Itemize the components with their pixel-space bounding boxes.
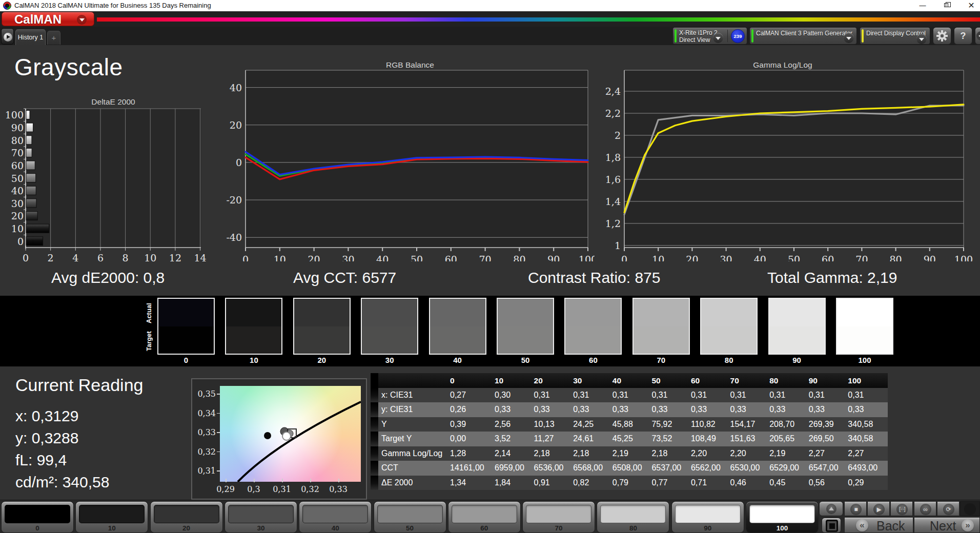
table-corner <box>371 373 378 388</box>
close-button[interactable]: ✕ <box>964 0 979 11</box>
pattern-window-button[interactable] <box>822 518 841 533</box>
reading-cdm2: cd/m²: 340,58 <box>15 474 109 491</box>
pattern-button-10[interactable]: 10 <box>75 501 148 533</box>
cell: 0,45 <box>769 476 809 490</box>
table-col-header-80: 80 <box>769 373 809 388</box>
svg-text:20: 20 <box>686 254 698 261</box>
pattern-button-0[interactable]: 0 <box>1 501 74 533</box>
refresh-button[interactable]: ⟳ <box>937 501 959 516</box>
deltae-bar-30 <box>26 199 36 208</box>
cell: 3,52 <box>495 432 534 446</box>
svg-text:1,2: 1,2 <box>605 218 621 229</box>
svg-text:30: 30 <box>720 254 732 261</box>
pattern-button[interactable]: [··] <box>890 501 913 516</box>
swatch-actual-10 <box>226 299 281 326</box>
svg-text:90: 90 <box>924 254 936 261</box>
minimize-button[interactable]: — <box>915 0 930 11</box>
svg-text:80: 80 <box>11 135 24 146</box>
tab-scroll-button[interactable] <box>1 28 14 45</box>
pattern-button-90[interactable]: 90 <box>671 501 744 533</box>
logo-dropdown-icon[interactable] <box>77 15 87 25</box>
row-label: Y <box>378 417 450 432</box>
pattern-label-70: 70 <box>523 524 595 532</box>
cell: 11,27 <box>534 432 574 446</box>
swatch-target-80 <box>701 326 757 354</box>
meter-chevron-icon <box>713 33 723 43</box>
stat-total-gamma: Total Gamma: 2,19 <box>767 269 897 286</box>
svg-text:6: 6 <box>97 252 104 263</box>
swatch-60 <box>564 298 622 355</box>
back-button[interactable]: « Back <box>844 517 913 533</box>
swatch-actual-30 <box>362 299 417 326</box>
row-gutter <box>371 476 378 490</box>
cell: 14161,00 <box>450 461 495 475</box>
pattern-up-button[interactable] <box>819 501 843 516</box>
cie-x-label-0,29: 0,29 <box>210 484 241 494</box>
svg-text:0: 0 <box>17 236 24 247</box>
deltae-bar-80 <box>26 136 32 145</box>
pattern-generator-dropdown[interactable]: CalMAN Client 3 Pattern Generator <box>749 27 857 45</box>
cell: 2,14 <box>495 446 534 461</box>
cell: 208,70 <box>769 417 809 432</box>
help-button[interactable]: ? <box>954 27 972 45</box>
pattern-label-30: 30 <box>225 524 297 532</box>
collapse-toolbar-button[interactable] <box>975 27 980 45</box>
reading-y: y: 0,3288 <box>15 429 78 447</box>
swatch-label-40: 40 <box>429 356 486 364</box>
row-gutter <box>371 461 378 475</box>
table-row-1: x: CIE310,270,300,310,310,310,310,310,31… <box>371 388 888 402</box>
svg-text:1,8: 1,8 <box>605 152 621 163</box>
cell: 24,25 <box>573 417 612 432</box>
tab-history-1[interactable]: History 1 <box>15 29 46 45</box>
pattern-label-60: 60 <box>448 524 520 532</box>
swatch-40 <box>429 298 486 355</box>
swatch-target-0 <box>158 326 214 354</box>
calman-logo-button[interactable]: CalMAN <box>2 12 94 26</box>
cell: 6547,00 <box>809 461 848 475</box>
pattern-button-40[interactable]: 40 <box>299 501 372 533</box>
pattern-button-100[interactable]: 100 <box>746 501 819 533</box>
svg-text:90: 90 <box>11 122 24 133</box>
cell: 75,92 <box>651 417 691 432</box>
svg-text:30: 30 <box>11 198 24 209</box>
pattern-button-70[interactable]: 70 <box>522 501 595 533</box>
cell: 0,77 <box>651 476 691 490</box>
cell: 2,18 <box>651 446 691 461</box>
pattern-label-20: 20 <box>151 524 222 532</box>
meter-dropdown[interactable]: X-Rite i1Pro 2 Direct View 239 <box>672 27 747 45</box>
cell: 0,31 <box>534 388 574 402</box>
restore-button[interactable] <box>939 0 954 11</box>
swatch-target-70 <box>634 326 689 354</box>
deltae-bar-0 <box>26 237 43 245</box>
cell: 0,31 <box>651 388 691 402</box>
pattern-button-50[interactable]: 50 <box>374 501 446 533</box>
swatch-label-100: 100 <box>836 356 893 364</box>
cell: 151,63 <box>730 432 770 446</box>
table-col-header-100: 100 <box>848 373 888 388</box>
next-button[interactable]: Next » <box>914 517 980 533</box>
swatch-label-50: 50 <box>497 356 554 364</box>
next-label: Next <box>930 519 956 533</box>
stop-button[interactable]: ■ <box>844 501 867 516</box>
pattern-button-20[interactable]: 20 <box>150 501 223 533</box>
pattern-button-30[interactable]: 30 <box>224 501 297 533</box>
row-gutter <box>371 446 378 461</box>
cie-tick <box>282 479 283 482</box>
swatch-label-0: 0 <box>157 356 215 364</box>
play-button[interactable]: ▶ <box>867 501 890 516</box>
pattern-button-80[interactable]: 80 <box>597 501 669 533</box>
display-control-dropdown[interactable]: Direct Display Control <box>860 27 930 45</box>
page-title: Grayscale <box>14 53 123 81</box>
infinity-button[interactable]: ∞ <box>914 501 936 516</box>
reading-fl: fL: 99,4 <box>15 452 67 469</box>
add-tab-button[interactable]: + <box>47 31 60 45</box>
disabled-slot <box>960 501 980 516</box>
meter-status-accent <box>675 29 677 43</box>
meter-count-badge[interactable]: 239 <box>731 29 745 43</box>
svg-text:60: 60 <box>822 254 834 261</box>
pattern-button-60[interactable]: 60 <box>448 501 521 533</box>
cell: 2,27 <box>809 446 848 461</box>
daylight-locus-curve <box>238 402 361 482</box>
settings-button[interactable] <box>933 27 951 45</box>
display-control-chevron-icon <box>916 34 927 44</box>
